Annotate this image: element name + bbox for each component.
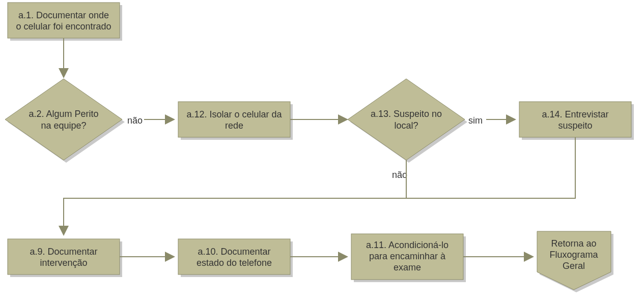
node-a2-text-line1: a.2. Algum Perito [29, 109, 98, 119]
node-a12-text-line2: rede [225, 120, 243, 131]
svg-rect-9 [519, 102, 631, 137]
svg-marker-3 [5, 79, 122, 160]
node-a11: a.11. Acondicioná-lo para encaminhar à e… [351, 234, 466, 282]
node-a14-text-line1: a.14. Entrevistar [542, 109, 608, 119]
node-offpage-text-line2: Fluxograma [549, 250, 598, 260]
label-a13-nao: não [392, 170, 407, 180]
svg-rect-11 [8, 239, 120, 275]
arrow-a13-a9 [64, 160, 406, 234]
node-a10-text-line2: estado do telefone [197, 258, 272, 268]
node-a13-decision: a.13. Suspeito no local? [348, 79, 467, 163]
node-offpage-text-line1: Retorna ao [551, 238, 596, 249]
node-a1: a.1. Documentar onde o celular foi encon… [8, 3, 122, 41]
node-a9: a.9. Documentar intervenção [8, 239, 122, 277]
node-a2-text-line2: na equipe? [41, 120, 86, 131]
node-a2-decision: a.2. Algum Perito na equipe? [5, 79, 125, 163]
node-a11-text-line3: exame [394, 262, 421, 272]
node-a1-text-line2: o celular foi encontrado [16, 21, 111, 32]
node-a1-text-line1: a.1. Documentar onde [18, 10, 109, 20]
svg-rect-13 [178, 239, 290, 275]
svg-marker-7 [348, 79, 465, 160]
node-a14: a.14. Entrevistar suspeito [519, 102, 634, 140]
svg-rect-5 [178, 102, 290, 137]
node-a13-text-line1: a.13. Suspeito no [371, 109, 442, 119]
node-a9-text-line2: intervenção [40, 258, 87, 268]
node-a10-text-line1: a.10. Documentar [198, 247, 270, 257]
node-a12-text-line1: a.12. Isolar o celular da [186, 109, 282, 119]
label-a13-sim: sim [468, 115, 483, 126]
node-a9-text-line1: a.9. Documentar [30, 247, 97, 257]
node-a11-text-line2: para encaminhar à [369, 251, 446, 261]
svg-rect-1 [8, 3, 120, 38]
node-offpage: Retorna ao Fluxograma Geral [537, 231, 613, 292]
node-a14-text-line2: suspeito [558, 120, 592, 131]
node-offpage-text-line3: Geral [563, 261, 585, 271]
node-a13-text-line2: local? [394, 120, 418, 131]
label-a2-nao: não [127, 115, 143, 126]
node-a12: a.12. Isolar o celular da rede [178, 102, 293, 140]
node-a11-text-line1: a.11. Acondicioná-lo [366, 240, 449, 250]
node-a10: a.10. Documentar estado do telefone [178, 239, 293, 277]
